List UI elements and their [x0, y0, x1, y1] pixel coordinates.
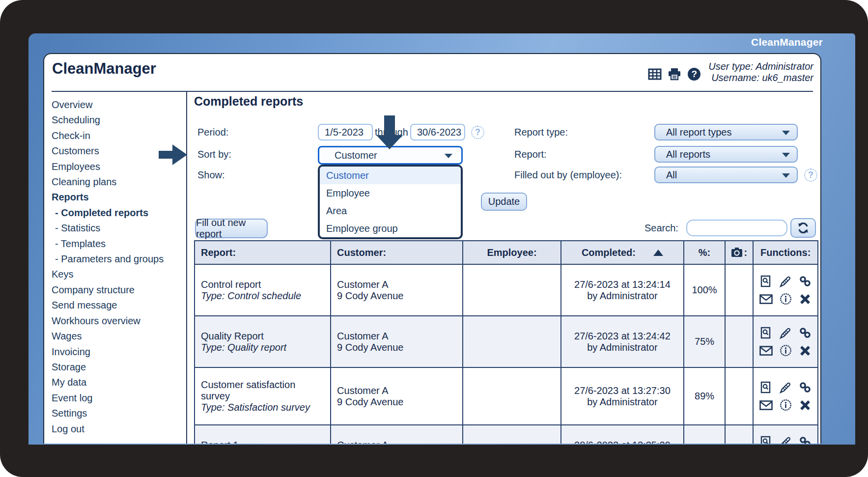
percent-cell: 100% [684, 264, 725, 316]
option-customer[interactable]: Customer [320, 167, 461, 184]
info-icon[interactable] [778, 398, 793, 412]
app-title: CleanManager [52, 60, 156, 78]
link-icon[interactable] [798, 435, 812, 444]
fill-out-new-report-button[interactable]: Fill out new report [195, 219, 268, 238]
link-icon[interactable] [798, 275, 812, 288]
photo-cell [725, 316, 753, 367]
period-help-icon[interactable]: ? [471, 126, 484, 139]
customer-name: Customer A [337, 385, 457, 396]
sidebar-item-parameters-and-groups[interactable]: - Parameters and groups [52, 252, 186, 267]
col-header-completed[interactable]: Completed: [561, 241, 684, 264]
col-header-photo[interactable]: : [725, 241, 753, 264]
completed-reports-table: Report: Customer: Employee: Completed: %… [194, 240, 818, 444]
col-header-report[interactable]: Report: [195, 241, 331, 264]
period-label: Period: [197, 124, 228, 140]
customer-address: 9 Cody Avenue [337, 342, 457, 353]
sidebar-item-overview[interactable]: Overview [52, 97, 186, 112]
search-input[interactable] [686, 220, 787, 236]
option-employee[interactable]: Employee [320, 184, 461, 202]
period-from-input[interactable]: 1/5-2023 [318, 124, 373, 140]
sidebar-item-statistics[interactable]: - Statistics [52, 221, 186, 236]
info-icon[interactable] [778, 344, 793, 358]
report-label: Report: [514, 146, 547, 163]
report-dropdown[interactable]: All reports [654, 146, 798, 163]
filled-out-by-help-icon[interactable]: ? [804, 168, 817, 182]
report-type-dropdown[interactable]: All report types [654, 124, 798, 140]
option-area[interactable]: Area [320, 202, 461, 220]
sort-by-label: Sort by: [197, 146, 231, 163]
info-icon[interactable] [778, 292, 793, 306]
completed-date: 27/6-2023 at 13:24:42 [561, 331, 683, 342]
sidebar-item-cleaning-plans[interactable]: Cleaning plans [52, 174, 186, 190]
help-icon[interactable]: ? [687, 67, 701, 82]
sidebar-item-company-structure[interactable]: Company structure [52, 282, 186, 298]
sidebar-item-log-out[interactable]: Log out [52, 421, 186, 437]
customer-name: Customer A [337, 279, 457, 290]
delete-icon[interactable] [798, 292, 812, 306]
view-report-icon[interactable] [758, 435, 773, 444]
sidebar-item-settings[interactable]: Settings [52, 406, 186, 421]
sidebar-item-event-log[interactable]: Event log [52, 391, 186, 406]
link-icon[interactable] [798, 326, 812, 340]
sidebar-item-workhours-overview[interactable]: Workhours overview [52, 313, 186, 329]
filled-out-by-dropdown[interactable]: All [654, 167, 798, 183]
sidebar-item-completed-reports[interactable]: - Completed reports [52, 205, 186, 221]
chevron-down-icon [782, 173, 790, 178]
sidebar-item-check-in[interactable]: Check-in [52, 128, 186, 143]
col-header-percent[interactable]: %: [684, 241, 725, 264]
col-header-customer[interactable]: Customer: [331, 241, 463, 264]
view-report-icon[interactable] [758, 275, 773, 288]
view-report-icon[interactable] [758, 381, 773, 394]
employee-cell [463, 425, 561, 444]
col-header-functions[interactable]: Functions: [753, 241, 818, 264]
report-type: Type: Control schedule [201, 290, 325, 302]
main-content: Completed reports Period: Sort by: Show:… [187, 92, 820, 444]
table-row: Quality Report Type: Quality report Cust… [195, 316, 818, 367]
sidebar-item-storage[interactable]: Storage [52, 360, 186, 375]
table-view-icon[interactable] [647, 67, 662, 82]
edit-report-icon[interactable] [778, 435, 793, 444]
dropdown-pointer-arrow [376, 115, 403, 149]
window-brand-label: CleanManager [751, 36, 823, 48]
completed-date: 27/6-2023 at 13:27:30 [561, 385, 683, 396]
edit-report-icon[interactable] [778, 381, 793, 394]
view-report-icon[interactable] [758, 326, 773, 340]
print-icon[interactable] [667, 67, 682, 82]
sidebar-item-reports[interactable]: Reports [52, 190, 186, 205]
employee-cell [463, 264, 561, 316]
sidebar-item-invoicing[interactable]: Invoicing [52, 344, 186, 360]
completed-date: 28/6-2023 at 13:35:29 [561, 440, 683, 444]
report-name: Quality Report [201, 331, 325, 342]
show-label: Show: [197, 167, 225, 183]
delete-icon[interactable] [798, 398, 812, 412]
table-header-row: Report: Customer: Employee: Completed: %… [195, 241, 818, 264]
col-header-employee[interactable]: Employee: [463, 241, 561, 264]
delete-icon[interactable] [798, 344, 812, 358]
percent-cell: 75% [684, 316, 725, 367]
employee-cell [463, 316, 561, 367]
sidebar-item-my-data[interactable]: My data [52, 375, 186, 390]
edit-report-icon[interactable] [778, 326, 793, 340]
update-button[interactable]: Update [481, 193, 527, 211]
sidebar-item-keys[interactable]: Keys [52, 267, 186, 282]
search-label: Search: [644, 220, 678, 236]
report-value: All reports [666, 149, 710, 160]
sort-by-pointer-arrow [159, 144, 187, 165]
sidebar-item-wages[interactable]: Wages [52, 329, 186, 344]
mail-icon[interactable] [758, 292, 773, 306]
sidebar-item-templates[interactable]: - Templates [52, 236, 186, 252]
camera-colon: : [744, 247, 747, 258]
refresh-button[interactable] [790, 218, 816, 238]
sidebar-item-scheduling[interactable]: Scheduling [52, 112, 186, 128]
photo-cell [725, 367, 753, 425]
sidebar-item-send-message[interactable]: Send message [52, 298, 186, 313]
completed-by: by Administrator [561, 396, 683, 408]
period-to-input[interactable]: 30/6-2023 [410, 124, 465, 140]
edit-report-icon[interactable] [778, 275, 793, 288]
mail-icon[interactable] [758, 344, 773, 358]
chevron-down-icon [782, 131, 790, 135]
mail-icon[interactable] [758, 398, 773, 412]
customer-name: Customer A [337, 331, 457, 342]
link-icon[interactable] [798, 381, 812, 394]
option-employee-group[interactable]: Employee group [320, 220, 461, 237]
